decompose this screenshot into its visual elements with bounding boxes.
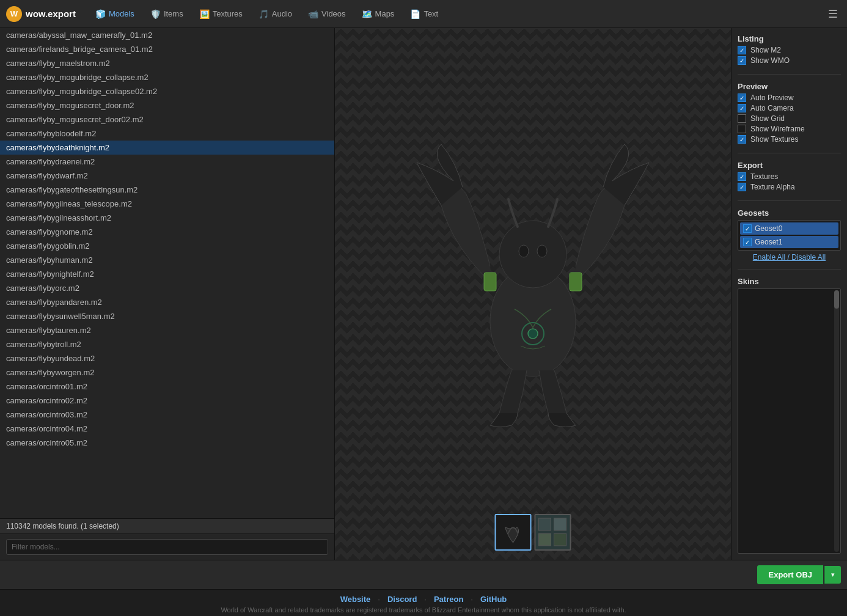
listing-label: Listing <box>738 34 841 43</box>
list-item[interactable]: cameras/orcintro02.m2 <box>0 394 334 408</box>
file-list-status: 110342 models found. (1 selected) <box>0 518 334 534</box>
nav-item-textures[interactable]: 🖼️ Textures <box>192 6 250 22</box>
svg-point-6 <box>519 245 529 257</box>
list-item[interactable]: cameras/orcintro04.m2 <box>0 422 334 436</box>
maps-icon: 🗺️ <box>362 9 372 19</box>
preview-thumb-2[interactable] <box>535 514 571 551</box>
models-icon: 🧊 <box>95 9 106 19</box>
textures-row[interactable]: Textures <box>738 172 841 181</box>
nav-item-maps-label: Maps <box>375 9 395 18</box>
show-grid-checkbox[interactable] <box>738 114 746 123</box>
nav-item-audio[interactable]: 🎵 Audio <box>251 6 299 22</box>
svg-point-5 <box>528 329 538 339</box>
footer-link-patreon[interactable]: Patreon <box>434 595 463 604</box>
list-item[interactable]: cameras/flybytroll.m2 <box>0 337 334 351</box>
file-list[interactable]: cameras/abyssal_maw_camerafly_01.m2camer… <box>0 28 334 518</box>
show-wmo-label: Show WMO <box>750 56 790 65</box>
nav-item-models[interactable]: 🧊 Models <box>88 6 142 22</box>
svg-rect-2 <box>484 273 496 291</box>
list-item[interactable]: cameras/flybytauren.m2 <box>0 323 334 337</box>
footer-link-discord[interactable]: Discord <box>387 595 417 604</box>
audio-icon: 🎵 <box>258 9 269 19</box>
show-textures-checkbox[interactable] <box>738 135 746 144</box>
list-item[interactable]: cameras/flybygateofthesettingsun.m2 <box>0 183 334 197</box>
auto-preview-label: Auto Preview <box>750 94 794 102</box>
nav-item-items[interactable]: 🛡️ Items <box>143 6 191 22</box>
bottom-links: Website · Discord · Patreon · GitHub <box>0 595 847 604</box>
list-item[interactable]: cameras/flybygoblin.m2 <box>0 239 334 253</box>
list-item[interactable]: cameras/flybyhuman.m2 <box>0 253 334 267</box>
list-item[interactable]: cameras/orcintro03.m2 <box>0 408 334 422</box>
nav-item-text[interactable]: 📄 Text <box>403 6 446 22</box>
list-item[interactable]: cameras/flybyorc.m2 <box>0 281 334 295</box>
skins-label: Skins <box>738 277 841 286</box>
auto-preview-checkbox[interactable] <box>738 94 746 102</box>
preview-section: Preview Auto Preview Auto Camera Show Gr… <box>738 82 841 145</box>
export-obj-button[interactable]: Export OBJ <box>757 565 823 584</box>
list-item[interactable]: cameras/flybyworgen.m2 <box>0 365 334 380</box>
list-item[interactable]: cameras/flybysunwell5man.m2 <box>0 309 334 323</box>
texture-alpha-label: Texture Alpha <box>750 183 795 191</box>
list-item[interactable]: cameras/flybygilneas_telescope.m2 <box>0 197 334 211</box>
list-item[interactable]: cameras/flyby_mogusecret_door02.m2 <box>0 112 334 127</box>
preview-thumb-1[interactable] <box>495 514 532 551</box>
skins-list[interactable] <box>738 288 841 554</box>
auto-camera-checkbox[interactable] <box>738 104 746 112</box>
list-item[interactable]: cameras/flybydraenei.m2 <box>0 155 334 169</box>
preview-panel <box>335 28 731 560</box>
list-item[interactable]: cameras/flyby_mogubridge_collapse02.m2 <box>0 84 334 98</box>
list-item[interactable]: cameras/flyby_maelstrom.m2 <box>0 56 334 70</box>
divider-2 <box>738 153 841 153</box>
preview-canvas[interactable] <box>335 28 731 560</box>
show-m2-row[interactable]: Show M2 <box>738 46 841 54</box>
geoset-0-checkbox[interactable] <box>743 224 752 233</box>
list-item[interactable]: cameras/flybyundead.m2 <box>0 351 334 365</box>
text-icon: 📄 <box>410 9 420 19</box>
list-item[interactable]: cameras/flyby_mogubridge_collapse.m2 <box>0 70 334 84</box>
skins-scrollbar[interactable] <box>834 290 839 552</box>
texture-alpha-row[interactable]: Texture Alpha <box>738 183 841 191</box>
show-wmo-row[interactable]: Show WMO <box>738 56 841 65</box>
list-item[interactable]: cameras/firelands_bridge_camera_01.m2 <box>0 42 334 56</box>
auto-camera-row[interactable]: Auto Camera <box>738 104 841 112</box>
list-item[interactable]: cameras/flybydwarf.m2 <box>0 169 334 183</box>
list-item[interactable]: cameras/orcintro05.m2 <box>0 436 334 450</box>
export-dropdown-button[interactable]: ▾ <box>824 566 841 584</box>
divider-1 <box>738 74 841 75</box>
export-footer: Export OBJ ▾ <box>0 560 847 589</box>
svg-rect-10 <box>539 518 551 530</box>
texture-alpha-checkbox[interactable] <box>738 183 746 191</box>
enable-all-disable-all[interactable]: Enable All / Disable All <box>738 253 841 262</box>
show-wireframe-row[interactable]: Show Wireframe <box>738 125 841 133</box>
svg-rect-11 <box>554 518 566 530</box>
show-textures-row[interactable]: Show Textures <box>738 135 841 144</box>
menu-button[interactable]: ☰ <box>825 4 841 24</box>
footer-link-website[interactable]: Website <box>340 595 371 604</box>
geoset-1-checkbox[interactable] <box>743 238 752 246</box>
list-item[interactable]: cameras/flybynightelf.m2 <box>0 267 334 281</box>
list-item[interactable]: cameras/abyssal_maw_camerafly_01.m2 <box>0 28 334 42</box>
footer-disclaimer: World of Warcraft and related trademarks… <box>0 606 847 614</box>
list-item[interactable]: cameras/flyby_mogusecret_door.m2 <box>0 98 334 112</box>
list-item[interactable]: cameras/flybybloodelf.m2 <box>0 127 334 141</box>
nav-item-models-label: Models <box>109 9 134 18</box>
footer-link-github[interactable]: GitHub <box>480 595 507 604</box>
list-item[interactable]: cameras/flybydeathknight.m2 <box>0 141 334 155</box>
textures-checkbox[interactable] <box>738 172 746 181</box>
show-m2-checkbox[interactable] <box>738 46 746 54</box>
filter-input[interactable] <box>6 539 328 555</box>
show-grid-row[interactable]: Show Grid <box>738 114 841 123</box>
list-item[interactable]: cameras/flybygilneasshort.m2 <box>0 211 334 225</box>
textures-label: Textures <box>750 172 778 181</box>
list-item[interactable]: cameras/flybypandaren.m2 <box>0 295 334 309</box>
geoset-item-1[interactable]: Geoset1 <box>740 236 838 248</box>
nav-item-videos[interactable]: 📹 Videos <box>301 6 353 22</box>
geoset-item-0[interactable]: Geoset0 <box>740 222 838 235</box>
nav-item-maps[interactable]: 🗺️ Maps <box>354 6 402 22</box>
list-item[interactable]: cameras/orcintro01.m2 <box>0 380 334 394</box>
auto-preview-row[interactable]: Auto Preview <box>738 94 841 102</box>
show-wmo-checkbox[interactable] <box>738 56 746 65</box>
show-wireframe-checkbox[interactable] <box>738 125 746 133</box>
list-item[interactable]: cameras/flybygnome.m2 <box>0 225 334 239</box>
svg-rect-3 <box>570 273 582 291</box>
